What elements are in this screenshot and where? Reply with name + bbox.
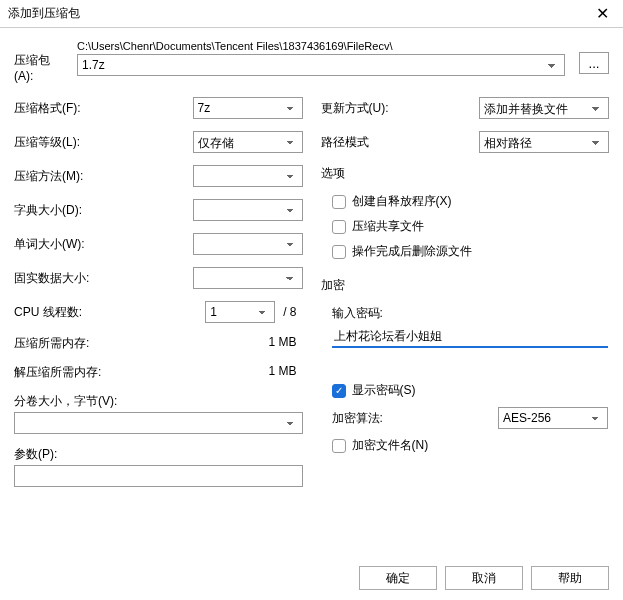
sfx-checkbox[interactable] [332, 195, 346, 209]
cpu-total: / 8 [283, 305, 302, 319]
browse-button[interactable]: ... [579, 52, 609, 74]
sfx-label: 创建自释放程序(X) [352, 193, 452, 210]
encrypt-names-label: 加密文件名(N) [352, 437, 429, 454]
show-password-checkbox[interactable]: ✓ [332, 384, 346, 398]
cancel-button[interactable]: 取消 [445, 566, 523, 590]
show-password-label: 显示密码(S) [352, 382, 416, 399]
ok-button[interactable]: 确定 [359, 566, 437, 590]
params-input[interactable] [14, 465, 303, 487]
format-select[interactable]: 7z [193, 97, 303, 119]
options-legend: 选项 [321, 165, 610, 182]
mem-decompress-label: 解压缩所需内存: [14, 364, 101, 381]
share-label: 压缩共享文件 [352, 218, 424, 235]
archive-label: 压缩包(A): [14, 38, 69, 83]
close-icon[interactable]: ✕ [590, 4, 615, 23]
solid-label: 固实数据大小: [14, 270, 114, 287]
format-label: 压缩格式(F): [14, 100, 114, 117]
mem-compress-label: 压缩所需内存: [14, 335, 89, 352]
update-label: 更新方式(U): [321, 100, 401, 117]
method-label: 压缩方法(M): [14, 168, 114, 185]
method-select[interactable] [193, 165, 303, 187]
delete-after-checkbox[interactable] [332, 245, 346, 259]
update-select[interactable]: 添加并替换文件 [479, 97, 609, 119]
pathmode-label: 路径模式 [321, 134, 401, 151]
mem-compress-value: 1 MB [268, 335, 296, 352]
archive-name-select[interactable]: 1.7z [77, 54, 565, 76]
cpu-select[interactable]: 1 [205, 301, 275, 323]
solid-select[interactable] [193, 267, 303, 289]
pathmode-select[interactable]: 相对路径 [479, 131, 609, 153]
dict-select[interactable] [193, 199, 303, 221]
params-label: 参数(P): [14, 446, 303, 463]
cpu-label: CPU 线程数: [14, 304, 82, 321]
algo-label: 加密算法: [332, 410, 383, 427]
encrypt-legend: 加密 [321, 277, 610, 294]
encrypt-names-checkbox[interactable] [332, 439, 346, 453]
word-select[interactable] [193, 233, 303, 255]
algo-select[interactable]: AES-256 [498, 407, 608, 429]
word-label: 单词大小(W): [14, 236, 114, 253]
share-checkbox[interactable] [332, 220, 346, 234]
password-input[interactable] [332, 326, 609, 348]
level-label: 压缩等级(L): [14, 134, 114, 151]
volume-select[interactable] [14, 412, 303, 434]
volume-label: 分卷大小，字节(V): [14, 393, 303, 410]
mem-decompress-value: 1 MB [268, 364, 296, 381]
help-button[interactable]: 帮助 [531, 566, 609, 590]
password-label: 输入密码: [332, 305, 609, 322]
archive-path: C:\Users\Chenr\Documents\Tencent Files\1… [77, 38, 565, 54]
dict-label: 字典大小(D): [14, 202, 114, 219]
window-title: 添加到压缩包 [8, 5, 80, 22]
level-select[interactable]: 仅存储 [193, 131, 303, 153]
delete-after-label: 操作完成后删除源文件 [352, 243, 472, 260]
